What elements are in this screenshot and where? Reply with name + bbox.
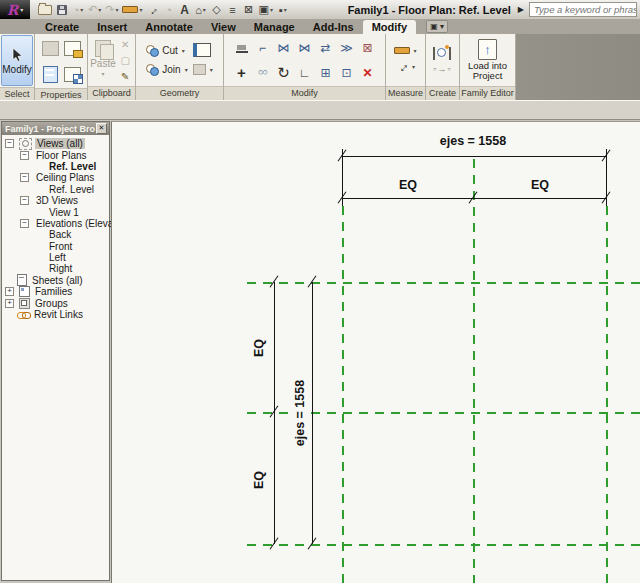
- save-icon[interactable]: [56, 2, 68, 18]
- join-geometry-button[interactable]: Join ▾: [146, 62, 187, 78]
- thin-lines-icon[interactable]: ≡: [226, 2, 238, 18]
- properties-palette-button[interactable]: [39, 61, 61, 87]
- expand-minus-icon[interactable]: −: [20, 173, 29, 182]
- tree-item-back[interactable]: Back: [5, 229, 109, 240]
- expand-plus-icon[interactable]: +: [5, 299, 14, 308]
- top-eq-right-label[interactable]: EQ: [525, 178, 555, 192]
- reference-plane-vertical-right[interactable]: [606, 206, 608, 583]
- search-input[interactable]: [529, 2, 637, 17]
- scale-icon[interactable]: ⊡: [341, 67, 351, 79]
- expand-minus-icon[interactable]: −: [20, 151, 29, 160]
- mirror-draw-axis-icon[interactable]: ⋈: [299, 42, 311, 54]
- split-element-icon[interactable]: ⇄: [320, 42, 330, 54]
- drawing-canvas[interactable]: ejes = 1558 EQ EQ ejes = 1558 EQ EQ: [111, 121, 640, 583]
- measure-icon[interactable]: ▾: [122, 2, 142, 18]
- tree-item-families[interactable]: +Families: [5, 286, 109, 297]
- section-icon[interactable]: ◇: [210, 2, 222, 18]
- offset-icon[interactable]: ≫: [340, 42, 353, 54]
- tag-icon[interactable]: ◔: [162, 2, 174, 18]
- ribbon: Modify Select Properties Paste: [0, 34, 640, 100]
- delete-clipboard-icon[interactable]: ✕: [118, 37, 133, 52]
- reference-plane-vertical-center[interactable]: [473, 159, 475, 583]
- left-overall-dimension-label[interactable]: ejes = 1558: [293, 378, 307, 448]
- mirror-pick-axis-icon[interactable]: ⋈: [278, 42, 290, 54]
- left-eq-dimension-line[interactable]: [274, 282, 275, 544]
- redo-icon[interactable]: ↷▾: [105, 2, 118, 18]
- customize-qat-icon[interactable]: ▪▾: [277, 2, 289, 18]
- left-eq-top-label[interactable]: EQ: [252, 333, 266, 363]
- create-similar-icon[interactable]: ▫→▫: [433, 64, 451, 74]
- left-overall-dimension-line[interactable]: [312, 282, 313, 544]
- paint-button[interactable]: ▾: [193, 61, 213, 77]
- expand-minus-icon[interactable]: −: [20, 219, 29, 228]
- tab-modify[interactable]: Modify: [363, 20, 416, 34]
- tab-view[interactable]: View: [202, 20, 245, 34]
- align-icon[interactable]: [236, 43, 248, 53]
- demolish-icon[interactable]: [193, 43, 211, 57]
- top-overall-dimension-line[interactable]: [342, 156, 606, 157]
- tree-item-view-1[interactable]: View 1: [5, 206, 109, 217]
- tree-item-front[interactable]: Front: [5, 241, 109, 252]
- reference-plane-horizontal-bottom[interactable]: [247, 544, 640, 546]
- close-hidden-windows-icon[interactable]: ⊠: [242, 2, 254, 18]
- expand-minus-icon[interactable]: −: [20, 196, 29, 205]
- tab-insert[interactable]: Insert: [88, 20, 136, 34]
- tree-item-floor-plans[interactable]: −Floor Plans: [5, 149, 109, 160]
- family-category-button[interactable]: [39, 35, 61, 61]
- tree-item-views[interactable]: −Views (all): [5, 138, 109, 149]
- application-menu-button[interactable]: R▾: [0, 0, 30, 19]
- switch-windows-icon[interactable]: ▣▾: [258, 2, 272, 18]
- create-group-icon[interactable]: [433, 47, 451, 60]
- tab-create[interactable]: Create: [36, 20, 88, 34]
- search-expand-icon[interactable]: ▶: [518, 5, 524, 14]
- paste-button[interactable]: Paste ▾: [90, 40, 116, 80]
- tree-item-ref-level-2[interactable]: Ref. Level: [5, 184, 109, 195]
- expand-plus-icon[interactable]: +: [5, 287, 14, 296]
- top-overall-dimension-label[interactable]: ejes = 1558: [413, 134, 533, 148]
- copy-to-clipboard-icon[interactable]: ▢: [118, 53, 133, 68]
- array-icon[interactable]: ⊞: [320, 67, 330, 79]
- family-types-button[interactable]: [61, 35, 83, 61]
- tree-item-ceiling-plans[interactable]: −Ceiling Plans: [5, 172, 109, 183]
- default-3d-view-icon[interactable]: ⌂▾: [194, 2, 206, 18]
- aligned-dimension-icon[interactable]: ↔: [146, 2, 158, 18]
- tab-annotate[interactable]: Annotate: [136, 20, 202, 34]
- tab-manage[interactable]: Manage: [245, 20, 304, 34]
- tree-item-elevations[interactable]: −Elevations (Elevati: [5, 218, 109, 229]
- trim-extend-icon[interactable]: ∟: [299, 67, 311, 79]
- rotate-icon[interactable]: ↻: [277, 65, 290, 80]
- type-properties-button[interactable]: [61, 61, 83, 87]
- measure-tool-button[interactable]: ▾: [394, 47, 416, 54]
- top-eq-dimension-line[interactable]: [342, 198, 606, 199]
- tree-item-sheets[interactable]: Sheets (all): [5, 275, 109, 286]
- tree-item-groups[interactable]: +Groups: [5, 297, 109, 308]
- close-icon[interactable]: ✕: [96, 123, 107, 134]
- ribbon-display-toggle[interactable]: ▣ ▾: [426, 20, 448, 33]
- left-eq-bottom-label[interactable]: EQ: [252, 465, 266, 495]
- reference-plane-vertical-left[interactable]: [342, 206, 344, 583]
- unpin-icon[interactable]: ⊠: [362, 42, 372, 54]
- undo-icon[interactable]: ↶▾: [88, 2, 101, 18]
- sync-icon[interactable]: ◔▾: [72, 2, 84, 18]
- open-icon[interactable]: [38, 2, 52, 18]
- move-icon[interactable]: +: [237, 65, 246, 80]
- tab-add-ins[interactable]: Add-Ins: [304, 20, 363, 34]
- delete-icon[interactable]: ✕: [362, 67, 372, 79]
- reference-plane-horizontal-top[interactable]: [247, 282, 640, 284]
- load-into-project-button[interactable]: ↑ Load into Project: [461, 37, 514, 83]
- cope-icon[interactable]: ⌐: [259, 42, 266, 54]
- tree-item-left[interactable]: Left: [5, 252, 109, 263]
- top-eq-left-label[interactable]: EQ: [393, 178, 423, 192]
- tree-item-right[interactable]: Right: [5, 263, 109, 274]
- project-browser-title-bar[interactable]: Family1 - Project Bro ✕: [2, 122, 109, 135]
- aligned-dimension-button[interactable]: ↔▾: [396, 59, 415, 74]
- expand-minus-icon[interactable]: −: [5, 139, 14, 148]
- tree-item-ref-level[interactable]: Ref. Level: [5, 161, 109, 172]
- modify-tool-button[interactable]: Modify: [1, 35, 33, 86]
- tree-item-3d-views[interactable]: −3D Views: [5, 195, 109, 206]
- copy-icon[interactable]: ○○: [258, 68, 267, 77]
- text-icon[interactable]: A: [178, 2, 190, 18]
- match-type-icon[interactable]: ✎: [118, 69, 133, 84]
- cut-geometry-button[interactable]: Cut ▾: [146, 43, 187, 59]
- tree-item-revit-links[interactable]: Revit Links: [5, 309, 109, 320]
